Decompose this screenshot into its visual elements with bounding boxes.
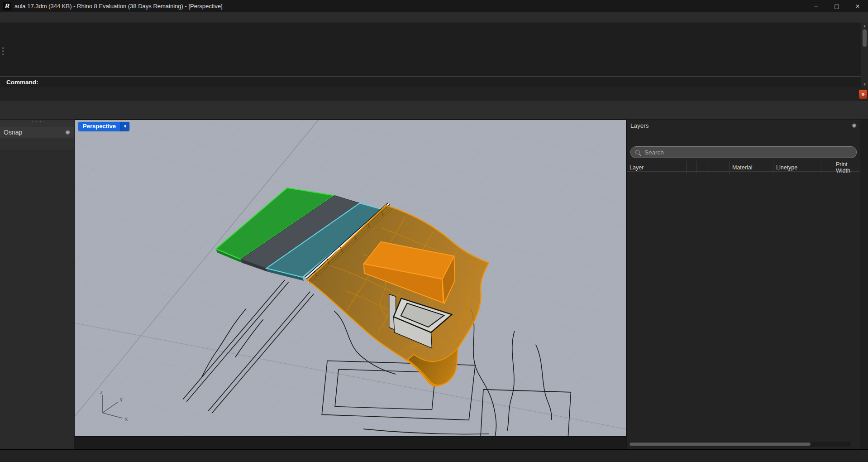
chevron-down-icon[interactable]: ▼	[120, 122, 129, 131]
svg-text:z: z	[100, 389, 103, 395]
window-title: aula 17.3dm (344 KB) - Rhino 8 Evaluatio…	[14, 3, 223, 10]
perspective-viewport[interactable]: z y x Perspective ▼	[74, 120, 626, 437]
viewport-tabs	[74, 437, 626, 449]
scroll-down-icon[interactable]: ▼	[861, 82, 868, 87]
scroll-up-icon[interactable]: ▲	[861, 24, 868, 28]
maximize-button[interactable]: □	[826, 0, 847, 12]
minimize-button[interactable]: ─	[806, 0, 826, 12]
menu-bar	[0, 12, 868, 23]
command-area: ●●● Command: ▲ ▼	[0, 23, 868, 87]
column-layer[interactable]: Layer	[627, 161, 687, 174]
gear-icon[interactable]: ✺	[852, 122, 857, 129]
column-linetype[interactable]: Linetype	[773, 161, 821, 174]
viewport-title[interactable]: Perspective	[78, 122, 120, 131]
osnap-panel: Osnap ✺	[0, 127, 74, 449]
viewport-title-dropdown[interactable]: Perspective ▼	[78, 122, 129, 131]
search-input[interactable]	[644, 149, 852, 156]
status-bar	[0, 449, 868, 462]
layers-table-header[interactable]: Layer Material Linetype Print Width	[627, 161, 860, 172]
layers-search[interactable]	[630, 146, 857, 158]
command-scrollbar[interactable]: ▲ ▼	[861, 23, 868, 87]
command-history	[0, 23, 868, 24]
viewport-canvas[interactable]: z y x	[75, 120, 626, 436]
rhino-app-icon: R	[3, 2, 11, 10]
layers-panel-title: Layers	[630, 122, 649, 129]
svg-text:x: x	[125, 415, 128, 422]
toolbar-tab-row: »	[0, 87, 868, 101]
layers-panel: Layers ✺ Layer Material Linetype Print W…	[626, 120, 860, 449]
osnap-title: Osnap	[4, 129, 22, 136]
column-material[interactable]: Material	[730, 161, 773, 174]
tab-overflow-button[interactable]: »	[859, 90, 867, 99]
palette-grip[interactable]: • • •	[0, 120, 74, 125]
panel-tab-strip	[860, 120, 868, 449]
svg-text:y: y	[120, 395, 123, 402]
gear-icon[interactable]: ✺	[65, 129, 70, 136]
rhino-window: R aula 17.3dm (344 KB) - Rhino 8 Evaluat…	[0, 0, 868, 462]
search-icon	[635, 150, 640, 154]
command-grip[interactable]: ●●●	[2, 47, 4, 56]
command-prompt[interactable]: Command:	[0, 77, 861, 87]
layers-horizontal-scrollbar[interactable]	[629, 442, 851, 447]
column-print-width[interactable]: Print Width	[833, 161, 860, 174]
title-bar: R aula 17.3dm (344 KB) - Rhino 8 Evaluat…	[0, 0, 868, 12]
close-button[interactable]: ✕	[847, 0, 868, 12]
main-toolbar	[0, 101, 868, 120]
tool-palette: • • • Osnap ✺	[0, 120, 74, 449]
